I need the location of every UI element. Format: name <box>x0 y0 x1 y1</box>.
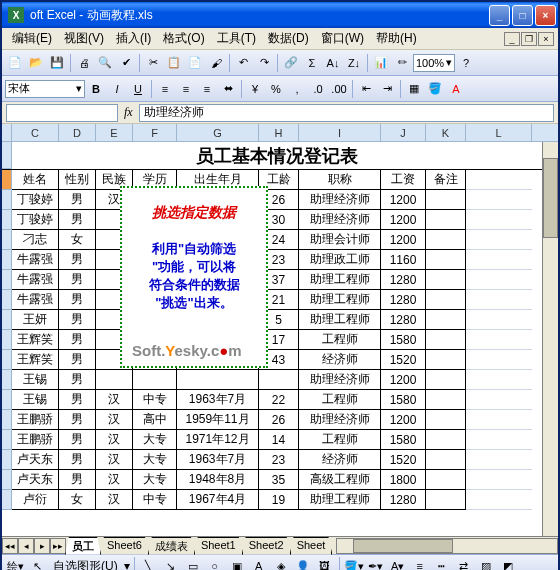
table-header[interactable]: 姓名 <box>12 170 59 190</box>
title-bar[interactable]: X oft Excel - 动画教程.xls _ □ × <box>2 2 558 28</box>
drawing-icon[interactable]: ✏ <box>392 53 412 73</box>
table-cell[interactable] <box>426 470 466 490</box>
sheet-tab[interactable]: 成绩表 <box>148 537 195 555</box>
table-cell[interactable]: 助理经济师 <box>299 370 381 390</box>
table-cell[interactable]: 汉 <box>96 450 133 470</box>
zoom-combo[interactable]: 100%▾ <box>413 54 455 72</box>
table-cell[interactable] <box>426 370 466 390</box>
col-header[interactable]: D <box>59 124 96 141</box>
table-cell[interactable]: 1200 <box>381 230 426 250</box>
table-cell[interactable]: 助理工程师 <box>299 270 381 290</box>
format-painter-icon[interactable]: 🖌 <box>206 53 226 73</box>
fill-color-icon[interactable]: 🪣 <box>425 79 445 99</box>
table-cell[interactable] <box>426 290 466 310</box>
table-cell[interactable]: 23 <box>259 450 299 470</box>
new-icon[interactable]: 📄 <box>5 53 25 73</box>
table-cell[interactable]: 高中 <box>133 410 177 430</box>
table-cell[interactable]: 1967年4月 <box>177 490 259 510</box>
line-style-icon[interactable]: ≡ <box>410 556 430 570</box>
textbox-icon[interactable]: ▣ <box>227 556 247 570</box>
table-cell[interactable]: 1280 <box>381 490 426 510</box>
table-cell[interactable]: 丁骏婷 <box>12 210 59 230</box>
table-cell[interactable]: 男 <box>59 430 96 450</box>
cut-icon[interactable]: ✂ <box>143 53 163 73</box>
table-cell[interactable]: 男 <box>59 350 96 370</box>
currency-icon[interactable]: ¥ <box>245 79 265 99</box>
shadow-icon[interactable]: ▨ <box>476 556 496 570</box>
table-cell[interactable]: 汉 <box>96 390 133 410</box>
paste-icon[interactable]: 📄 <box>185 53 205 73</box>
font-combo[interactable]: 宋体▾ <box>5 80 85 98</box>
link-icon[interactable]: 🔗 <box>281 53 301 73</box>
wordart-icon[interactable]: A <box>249 556 269 570</box>
menu-format[interactable]: 格式(O) <box>157 28 210 49</box>
table-cell[interactable]: 22 <box>259 390 299 410</box>
table-cell[interactable]: 1160 <box>381 250 426 270</box>
table-cell[interactable] <box>426 190 466 210</box>
table-header[interactable]: 性别 <box>59 170 96 190</box>
col-header[interactable]: J <box>381 124 426 141</box>
minimize-button[interactable]: _ <box>489 5 510 26</box>
menu-help[interactable]: 帮助(H) <box>370 28 423 49</box>
table-header[interactable]: 工资 <box>381 170 426 190</box>
table-cell[interactable]: 中专 <box>133 490 177 510</box>
clipart-icon[interactable]: 👤 <box>293 556 313 570</box>
table-cell[interactable]: 工程师 <box>299 390 381 410</box>
table-cell[interactable]: 1580 <box>381 330 426 350</box>
fill-icon[interactable]: 🪣▾ <box>344 556 364 570</box>
tab-nav-next[interactable]: ▸ <box>34 538 50 554</box>
table-cell[interactable]: 男 <box>59 310 96 330</box>
table-cell[interactable]: 1580 <box>381 430 426 450</box>
table-cell[interactable]: 王辉笑 <box>12 330 59 350</box>
table-cell[interactable]: 女 <box>59 230 96 250</box>
tab-nav-prev[interactable]: ◂ <box>18 538 34 554</box>
fx-icon[interactable]: fx <box>124 105 133 120</box>
line-color-icon[interactable]: ✒▾ <box>366 556 386 570</box>
table-cell[interactable]: 14 <box>259 430 299 450</box>
table-cell[interactable]: 汉 <box>96 470 133 490</box>
table-cell[interactable]: 男 <box>59 390 96 410</box>
col-header[interactable]: E <box>96 124 133 141</box>
table-cell[interactable] <box>426 490 466 510</box>
sort-asc-icon[interactable]: A↓ <box>323 53 343 73</box>
table-cell[interactable]: 1971年12月 <box>177 430 259 450</box>
worksheet-grid[interactable]: CDEFGHIJKL 员工基本情况登记表姓名性别民族学历出生年月工龄职称工资备注… <box>2 124 558 536</box>
table-cell[interactable]: 汉 <box>96 490 133 510</box>
table-cell[interactable]: 助理经济师 <box>299 210 381 230</box>
indent-dec-icon[interactable]: ⇤ <box>356 79 376 99</box>
table-cell[interactable]: 男 <box>59 470 96 490</box>
table-cell[interactable]: 1200 <box>381 210 426 230</box>
table-cell[interactable]: 男 <box>59 450 96 470</box>
indent-inc-icon[interactable]: ⇥ <box>377 79 397 99</box>
print-icon[interactable]: 🖨 <box>74 53 94 73</box>
chart-icon[interactable]: 📊 <box>371 53 391 73</box>
table-cell[interactable]: 王锡 <box>12 390 59 410</box>
table-cell[interactable] <box>426 450 466 470</box>
close-button[interactable]: × <box>535 5 556 26</box>
table-cell[interactable]: 男 <box>59 290 96 310</box>
sheet-tab[interactable]: 员工 <box>65 537 101 555</box>
table-header[interactable]: 备注 <box>426 170 466 190</box>
table-cell[interactable]: 1800 <box>381 470 426 490</box>
picture-icon[interactable]: 🖼 <box>315 556 335 570</box>
col-header[interactable]: G <box>177 124 259 141</box>
table-cell[interactable]: 男 <box>59 410 96 430</box>
table-cell[interactable]: 卢天东 <box>12 450 59 470</box>
table-cell[interactable]: 大专 <box>133 470 177 490</box>
table-cell[interactable]: 1280 <box>381 290 426 310</box>
table-cell[interactable]: 助理工程师 <box>299 490 381 510</box>
inc-decimal-icon[interactable]: .0 <box>308 79 328 99</box>
table-cell[interactable]: 男 <box>59 250 96 270</box>
table-cell[interactable]: 男 <box>59 190 96 210</box>
undo-icon[interactable]: ↶ <box>233 53 253 73</box>
table-cell[interactable] <box>426 410 466 430</box>
menu-view[interactable]: 视图(V) <box>58 28 110 49</box>
col-header[interactable]: C <box>12 124 59 141</box>
rect-icon[interactable]: ▭ <box>183 556 203 570</box>
open-icon[interactable]: 📂 <box>26 53 46 73</box>
table-cell[interactable]: 牛露强 <box>12 250 59 270</box>
table-cell[interactable]: 助理政工师 <box>299 250 381 270</box>
table-cell[interactable] <box>426 390 466 410</box>
sheet-tab[interactable]: Sheet2 <box>242 537 291 555</box>
table-cell[interactable] <box>426 270 466 290</box>
